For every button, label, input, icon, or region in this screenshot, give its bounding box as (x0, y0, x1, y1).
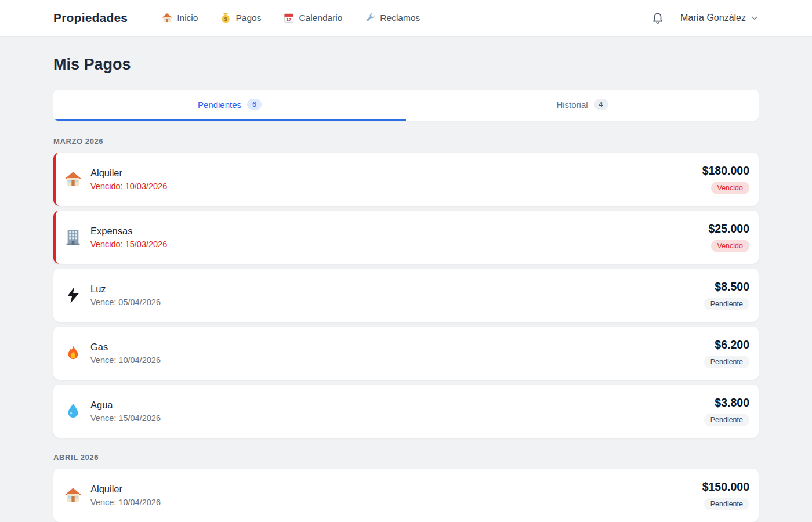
payment-name: Luz (90, 284, 161, 295)
notifications-bell-icon[interactable] (651, 12, 664, 24)
payment-amount: $180.000 (702, 164, 749, 177)
nav-item-inicio[interactable]: Inicio (161, 12, 198, 24)
payment-card[interactable]: LuzVence: 05/04/2026$8.500Pendiente (53, 269, 759, 322)
home-icon (161, 12, 173, 24)
month-label: MARZO 2026 (53, 137, 759, 146)
payment-amount: $3.800 (715, 396, 749, 409)
fire-icon (64, 344, 82, 362)
payment-due-date: Vencido: 15/03/2026 (90, 240, 167, 249)
nav-label: Calendario (299, 13, 342, 23)
house-icon (64, 170, 82, 188)
month-section: MARZO 2026AlquilerVencido: 10/03/2026$18… (53, 137, 759, 438)
payment-name: Agua (90, 400, 161, 411)
payment-amount: $25.000 (709, 222, 750, 235)
nav-item-calendario[interactable]: 17Calendario (283, 12, 342, 24)
payment-card[interactable]: AlquilerVence: 10/04/2026$150.000Pendien… (53, 469, 759, 522)
money-bag-icon: $ (220, 12, 231, 24)
tab-bar: Pendientes6Historial4 (53, 90, 759, 121)
calendar-icon: 17 (283, 12, 295, 24)
payment-card[interactable]: GasVence: 10/04/2026$6.200Pendiente (53, 327, 759, 380)
tab-label: Historial (556, 100, 588, 110)
status-badge: Pendiente (704, 356, 749, 368)
payment-name: Gas (90, 342, 161, 353)
payment-due-date: Vence: 15/04/2026 (90, 414, 161, 423)
tab-count-badge: 6 (247, 99, 262, 110)
payment-name: Expensas (90, 226, 167, 237)
payment-name: Alquiler (90, 484, 161, 495)
main-nav: Inicio$Pagos17CalendarioReclamos (161, 12, 420, 24)
payment-card-list: AlquilerVencido: 10/03/2026$180.000Venci… (53, 153, 759, 438)
chevron-down-icon (751, 14, 759, 22)
house-icon (64, 486, 82, 505)
payment-sections: MARZO 2026AlquilerVencido: 10/03/2026$18… (53, 137, 759, 522)
month-section: ABRIL 2026AlquilerVence: 10/04/2026$150.… (53, 453, 759, 522)
payment-name: Alquiler (90, 168, 167, 179)
page-title: Mis Pagos (53, 56, 759, 74)
user-name: María González (680, 13, 746, 23)
payment-card[interactable]: ExpensasVencido: 15/03/2026$25.000Vencid… (53, 211, 759, 264)
payment-amount: $150.000 (702, 480, 749, 494)
status-badge: Vencido (711, 240, 749, 252)
top-bar: Propiedades Inicio$Pagos17CalendarioRecl… (0, 0, 812, 37)
brand-title[interactable]: Propiedades (53, 11, 128, 25)
nav-item-reclamos[interactable]: Reclamos (364, 12, 420, 24)
payment-card[interactable]: AguaVence: 15/04/2026$3.800Pendiente (53, 385, 759, 438)
main-content: Mis Pagos Pendientes6Historial4 MARZO 20… (53, 37, 759, 522)
nav-label: Inicio (177, 13, 198, 23)
bolt-icon (64, 286, 82, 304)
payment-due-date: Vence: 05/04/2026 (90, 298, 161, 307)
payment-amount: $6.200 (715, 338, 749, 351)
tab-historial[interactable]: Historial4 (406, 90, 759, 121)
tab-pendientes[interactable]: Pendientes6 (53, 90, 406, 121)
svg-text:$: $ (224, 16, 227, 22)
nav-label: Reclamos (380, 13, 420, 23)
payment-amount: $8.500 (715, 280, 749, 293)
wrench-icon (364, 12, 376, 24)
month-label: ABRIL 2026 (53, 453, 759, 462)
payment-due-date: Vencido: 10/03/2026 (90, 182, 167, 191)
nav-label: Pagos (235, 13, 261, 23)
status-badge: Pendiente (704, 414, 749, 426)
payment-due-date: Vence: 10/04/2026 (90, 498, 161, 507)
svg-text:17: 17 (287, 17, 292, 22)
nav-item-pagos[interactable]: $Pagos (220, 12, 261, 24)
status-badge: Pendiente (704, 298, 749, 310)
user-menu[interactable]: María González (680, 13, 759, 23)
payment-card[interactable]: AlquilerVencido: 10/03/2026$180.000Venci… (53, 153, 759, 206)
tab-count-badge: 4 (594, 99, 608, 110)
tab-label: Pendientes (198, 100, 241, 110)
status-badge: Pendiente (704, 498, 749, 510)
droplet-icon (64, 402, 82, 420)
building-icon (64, 228, 82, 246)
status-badge: Vencido (711, 182, 749, 194)
payment-card-list: AlquilerVence: 10/04/2026$150.000Pendien… (53, 469, 759, 522)
payment-due-date: Vence: 10/04/2026 (90, 356, 161, 365)
